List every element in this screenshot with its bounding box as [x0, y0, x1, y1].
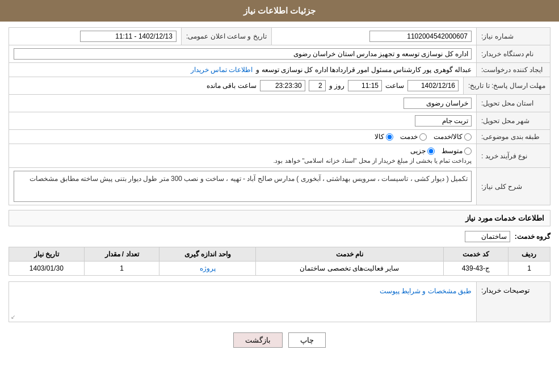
- cell-kod: ج-43-439: [443, 262, 508, 276]
- ijad-link[interactable]: اطلاعات تماس خریدار: [191, 66, 253, 74]
- ijad-text: عبداله گوهری پور کارشناس مسئول امور قرار…: [256, 66, 472, 74]
- col-tarikh: تاریخ نیاز: [9, 247, 85, 262]
- row-nooe: نوع فرآیند خرید : متوسط جزیی: [9, 144, 550, 168]
- shomara-value: 1102004542000607: [272, 28, 476, 45]
- radio-motevasset-input[interactable]: [464, 147, 472, 155]
- col-tedaad: تعداد / مقدار: [84, 247, 159, 262]
- page-title: جزئیات اطلاعات نیاز: [243, 6, 316, 15]
- resize-icon: ↙: [11, 314, 15, 320]
- col-radif: ردیف: [508, 247, 550, 262]
- shahr-input: تربت جام: [415, 115, 472, 127]
- mohlat-date: 1402/12/16: [407, 80, 459, 91]
- cell-tedaad: 1: [84, 262, 159, 276]
- radio-kala-input[interactable]: [386, 133, 393, 141]
- mohlat-value: 1402/12/16 ساعت 11:15 روز و 2 23:23:30 س…: [9, 77, 463, 94]
- row-shahr: شهر محل تحویل: تربت جام: [9, 112, 550, 130]
- row-shomara: شماره نیاز: 1102004542000607 تاریخ و ساع…: [9, 28, 550, 45]
- jozii-label: جزیی: [410, 147, 426, 155]
- page-header: جزئیات اطلاعات نیاز: [0, 0, 559, 22]
- radio-khadamat-input[interactable]: [419, 133, 427, 141]
- back-button[interactable]: بازگشت: [233, 332, 283, 348]
- nooe-label: نوع فرآیند خرید :: [476, 144, 550, 167]
- main-content: شماره نیاز: 1102004542000607 تاریخ و ساع…: [0, 22, 559, 359]
- col-kod: کد خدمت: [443, 247, 508, 262]
- goroh-value: ساختمان: [465, 231, 510, 242]
- radio-motevasset[interactable]: متوسط: [442, 147, 472, 155]
- sharh-label: شرح کلی نیاز:: [476, 168, 550, 205]
- row-mohlat: مهلت ارسال پاسخ: تا تاریخ: 1402/12/16 سا…: [9, 77, 550, 95]
- cell-vahad: پروژه: [159, 262, 256, 276]
- mohlat-label: مهلت ارسال پاسخ: تا تاریخ:: [463, 77, 550, 94]
- sharh-value: تکمیل ( دیوار کشی ، تاسیسات ، سرویس بهدا…: [9, 168, 476, 205]
- shomara-input: 1102004542000607: [369, 31, 472, 42]
- goroh-label: گروه خدمت:: [515, 233, 550, 241]
- services-table: ردیف کد خدمت نام خدمت واحد اندازه گیری ت…: [9, 247, 550, 276]
- khadamat-label: خدمت: [400, 133, 418, 141]
- radio-kala[interactable]: کالا: [375, 133, 393, 141]
- tarikh-value: 1402/12/13 - 11:11: [9, 28, 181, 45]
- radio-kala-khadamat-input[interactable]: [464, 133, 472, 141]
- rooz-label: روز و: [329, 82, 344, 90]
- kala-label: کالا: [375, 133, 384, 141]
- table-section: ردیف کد خدمت نام خدمت واحد اندازه گیری ت…: [9, 247, 550, 276]
- shomara-label: شماره نیاز:: [476, 28, 550, 45]
- row-ijad: ایجاد کننده درخواست: عبداله گوهری پور کا…: [9, 63, 550, 77]
- goroh-row: گروه خدمت: ساختمان: [9, 231, 550, 242]
- shahr-value: تربت جام: [9, 112, 476, 129]
- row-sharh: شرح کلی نیاز: تکمیل ( دیوار کشی ، تاسیسا…: [9, 168, 550, 205]
- table-row: 1 ج-43-439 سایر فعالیت‌های تخصصی ساختمان…: [9, 262, 550, 276]
- row-namdastgah: نام دستگاه خریدار: اداره کل نوسازی توسعه…: [9, 45, 550, 63]
- cell-radif: 1: [508, 262, 550, 276]
- nooe-value: متوسط جزیی پرداخت تمام یا بخشی از مبلغ خ…: [9, 144, 476, 167]
- col-nam: نام خدمت: [256, 247, 444, 262]
- page-container: جزئیات اطلاعات نیاز شماره نیاز: 11020045…: [0, 0, 559, 392]
- print-button[interactable]: چاپ: [288, 332, 326, 348]
- ijad-label: ایجاد کننده درخواست:: [476, 63, 550, 77]
- row-tabaqe: طبقه بندی موضوعی: کالا/خدمت خدمت: [9, 130, 550, 144]
- ostan-input: خراسان رضوی: [404, 98, 472, 109]
- radio-jozii-input[interactable]: [427, 147, 435, 155]
- tosif-value-text: طبق مشخصات و شرایط پیوست: [380, 287, 472, 295]
- row-ostan: استان محل تحویل: خراسان رضوی: [9, 95, 550, 112]
- motevasset-label: متوسط: [442, 147, 463, 155]
- saat-label: ساعت: [385, 82, 404, 90]
- table-header-row: ردیف کد خدمت نام خدمت واحد اندازه گیری ت…: [9, 247, 550, 262]
- tarikh-label: تاریخ و ساعت اعلان عمومی:: [181, 28, 272, 45]
- buyer-desc-row: توصیحات خریدار: طبق مشخصات و شرایط پیوست…: [9, 281, 550, 322]
- namdastgah-input: اداره کل نوسازی توسعه و تجهیز مدارس استا…: [14, 48, 472, 60]
- kala-khadamat-label: کالا/خدمت: [434, 133, 463, 141]
- col-vahad: واحد اندازه گیری: [159, 247, 256, 262]
- radio-kala-khadamat[interactable]: کالا/خدمت: [434, 133, 472, 141]
- mohlat-saat: 11:15: [348, 80, 382, 91]
- namdastgah-value: اداره کل نوسازی توسعه و تجهیز مدارس استا…: [9, 45, 476, 62]
- mohlat-time: 23:23:30: [260, 80, 305, 91]
- buyer-value: طبق مشخصات و شرایط پیوست ↙: [9, 282, 476, 322]
- ostan-value: خراسان رضوی: [9, 95, 476, 112]
- buttons-row: چاپ بازگشت: [9, 327, 550, 353]
- khadamat-section-title: اطلاعات خدمات مورد نیاز: [9, 210, 550, 226]
- ijad-value: عبداله گوهری پور کارشناس مسئول امور قرار…: [9, 63, 476, 77]
- radio-jozii[interactable]: جزیی: [410, 147, 435, 155]
- mohlat-rooz: 2: [309, 80, 326, 91]
- baqi-label: ساعت باقی مانده: [207, 82, 257, 90]
- ostan-label: استان محل تحویل:: [476, 95, 550, 112]
- tarikh-input: 1402/12/13 - 11:11: [80, 31, 176, 42]
- radio-khadamat[interactable]: خدمت: [400, 133, 427, 141]
- cell-tarikh: 1403/01/30: [9, 262, 85, 276]
- namdastgah-label: نام دستگاه خریدار:: [476, 45, 550, 62]
- shahr-label: شهر محل تحویل:: [476, 112, 550, 129]
- tabaqe-label: طبقه بندی موضوعی:: [476, 130, 550, 144]
- nooe-description: پرداخت تمام یا بخشی از مبلغ خریدار از مح…: [14, 157, 472, 165]
- cell-nam: سایر فعالیت‌های تخصصی ساختمان: [256, 262, 444, 276]
- table-body: 1 ج-43-439 سایر فعالیت‌های تخصصی ساختمان…: [9, 262, 550, 276]
- tabaqe-value: کالا/خدمت خدمت کالا: [9, 130, 476, 144]
- info-section: شماره نیاز: 1102004542000607 تاریخ و ساع…: [9, 27, 550, 205]
- buyer-label: توصیحات خریدار:: [476, 282, 550, 322]
- sharh-box: تکمیل ( دیوار کشی ، تاسیسات ، سرویس بهدا…: [14, 171, 472, 202]
